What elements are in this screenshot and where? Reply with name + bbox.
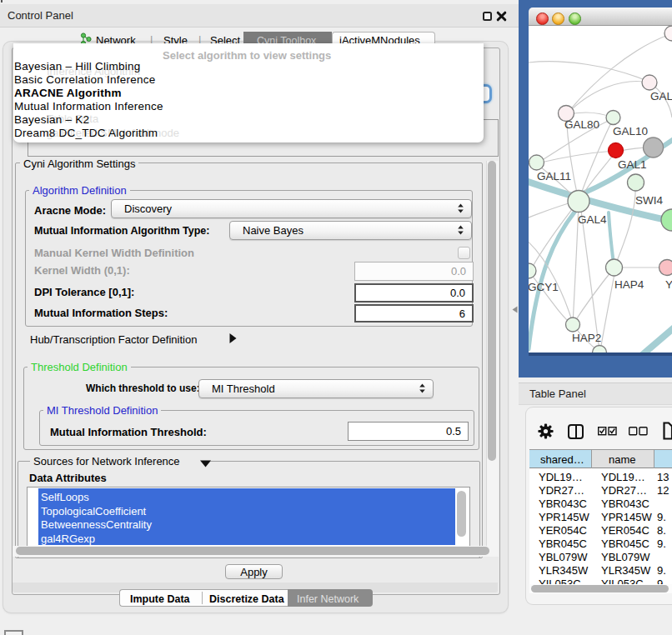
svg-text:HAP2: HAP2 xyxy=(572,332,601,344)
svg-text:GAL10: GAL10 xyxy=(613,125,648,138)
svg-text:GAL4: GAL4 xyxy=(578,213,607,226)
svg-text:GAL: GAL xyxy=(650,90,672,102)
svg-text:Y: Y xyxy=(665,278,672,291)
svg-text:HAP4: HAP4 xyxy=(614,278,644,291)
svg-text:GAL80: GAL80 xyxy=(564,118,599,131)
svg-text:GAL1: GAL1 xyxy=(618,158,647,171)
svg-text:GAL11: GAL11 xyxy=(537,170,571,182)
svg-text:SWI4: SWI4 xyxy=(635,194,663,207)
svg-text:GCY1: GCY1 xyxy=(529,281,559,293)
